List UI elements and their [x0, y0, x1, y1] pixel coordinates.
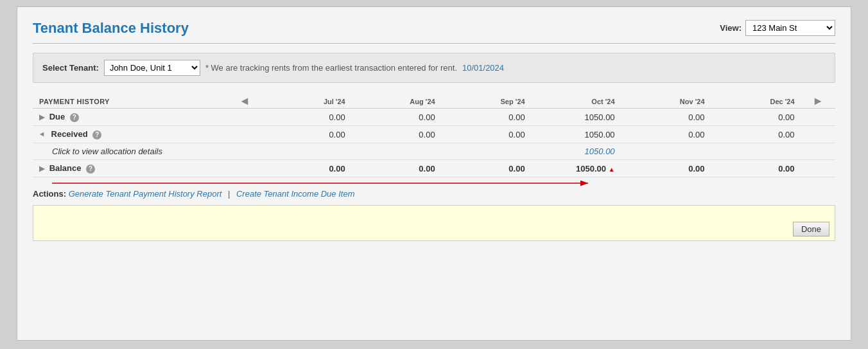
- alloc-jul: [262, 143, 352, 160]
- alloc-sep: [442, 143, 532, 160]
- due-dec: 0.00: [711, 109, 801, 126]
- view-dropdown[interactable]: 123 Main St: [745, 20, 835, 36]
- received-nov: 0.00: [621, 126, 711, 143]
- received-row: ▼ Received ? 0.00 0.00 0.00 1050.00 0.00…: [33, 126, 835, 143]
- due-sep: 0.00: [442, 109, 532, 126]
- balance-row: ▶ Balance ? 0.00 0.00 0.00 1050.00 ▲ 0.0…: [33, 160, 835, 177]
- actions-row: Actions: Generate Tenant Payment History…: [33, 189, 835, 199]
- allocation-label: Click to view allocation details: [33, 143, 262, 160]
- due-aug: 0.00: [352, 109, 442, 126]
- balance-sep: 0.00: [442, 160, 532, 177]
- col-jul: Jul '24: [262, 94, 352, 109]
- header-divider: [33, 43, 835, 44]
- balance-flag-icon: ▲: [609, 166, 615, 173]
- balance-dec: 0.00: [711, 160, 801, 177]
- prev-nav-header[interactable]: ◄: [227, 94, 261, 109]
- tenant-label: Select Tenant:: [42, 63, 99, 73]
- balance-aug: 0.00: [352, 160, 442, 177]
- view-label: View:: [720, 23, 742, 33]
- generate-report-link[interactable]: Generate Tenant Payment History Report: [69, 189, 222, 199]
- next-arrow-button[interactable]: ►: [807, 94, 829, 108]
- alloc-oct[interactable]: 1050.00: [532, 143, 621, 160]
- next-nav-header[interactable]: ►: [801, 94, 835, 109]
- col-sep: Sep '24: [442, 94, 532, 109]
- balance-expand-icon[interactable]: ▶: [39, 165, 44, 173]
- alloc-nav-spacer: [801, 143, 835, 160]
- col-nov: Nov '24: [621, 94, 711, 109]
- due-oct: 1050.00: [532, 109, 621, 126]
- col-oct: Oct '24: [532, 94, 621, 109]
- payment-section: PAYMENT HISTORY ◄ Jul '24 Aug '24 Sep '2…: [33, 94, 835, 177]
- due-jul: 0.00: [262, 109, 352, 126]
- prev-arrow-button[interactable]: ◄: [234, 94, 256, 108]
- due-expand-icon[interactable]: ▶: [39, 113, 44, 121]
- section-header-label: PAYMENT HISTORY: [33, 94, 227, 109]
- allocation-row: Click to view allocation details 1050.00: [33, 143, 835, 160]
- due-help-icon[interactable]: ?: [70, 113, 79, 122]
- received-dec: 0.00: [711, 126, 801, 143]
- balance-help-icon[interactable]: ?: [86, 165, 95, 174]
- main-window: Tenant Balance History View: 123 Main St…: [17, 6, 851, 341]
- received-nav-spacer2: [801, 126, 835, 143]
- received-help-icon[interactable]: ?: [92, 130, 101, 139]
- alloc-nov: [621, 143, 711, 160]
- actions-label: Actions:: [33, 189, 66, 199]
- due-label: ▶ Due ?: [33, 109, 227, 126]
- balance-oct: 1050.00 ▲: [532, 160, 621, 177]
- due-nav-spacer2: [801, 109, 835, 126]
- received-label: ▼ Received ?: [33, 126, 227, 143]
- notes-box: Done: [33, 205, 835, 241]
- balance-nav-spacer2: [801, 160, 835, 177]
- done-button[interactable]: Done: [793, 222, 829, 237]
- received-jul: 0.00: [262, 126, 352, 143]
- received-sep: 0.00: [442, 126, 532, 143]
- due-nov: 0.00: [621, 109, 711, 126]
- alloc-dec: [711, 143, 801, 160]
- received-oct: 1050.00: [532, 126, 621, 143]
- create-income-due-link[interactable]: Create Tenant Income Due Item: [236, 189, 355, 199]
- received-nav-spacer: [227, 126, 261, 143]
- payment-table: PAYMENT HISTORY ◄ Jul '24 Aug '24 Sep '2…: [33, 94, 835, 177]
- due-nav-spacer: [227, 109, 261, 126]
- tenant-select[interactable]: John Doe, Unit 1: [104, 60, 200, 76]
- alloc-aug: [352, 143, 442, 160]
- due-row: ▶ Due ? 0.00 0.00 0.00 1050.00 0.00 0.00: [33, 109, 835, 126]
- allocation-oct-link[interactable]: 1050.00: [585, 147, 615, 156]
- col-aug: Aug '24: [352, 94, 442, 109]
- tracking-date-link[interactable]: 10/01/2024: [462, 63, 504, 73]
- action-separator: |: [228, 189, 230, 199]
- tracking-note: * We are tracking rents from the earlies…: [205, 63, 457, 73]
- page-title: Tenant Balance History: [33, 20, 189, 37]
- received-expand-icon[interactable]: ▼: [39, 131, 46, 138]
- balance-nav-spacer: [227, 160, 261, 177]
- received-aug: 0.00: [352, 126, 442, 143]
- balance-jul: 0.00: [262, 160, 352, 177]
- view-selector: View: 123 Main St: [720, 20, 835, 36]
- balance-label: ▶ Balance ?: [33, 160, 227, 177]
- tenant-bar: Select Tenant: John Doe, Unit 1 * We are…: [33, 53, 835, 83]
- balance-nov: 0.00: [621, 160, 711, 177]
- col-dec: Dec '24: [711, 94, 801, 109]
- header-row: Tenant Balance History View: 123 Main St: [33, 20, 835, 37]
